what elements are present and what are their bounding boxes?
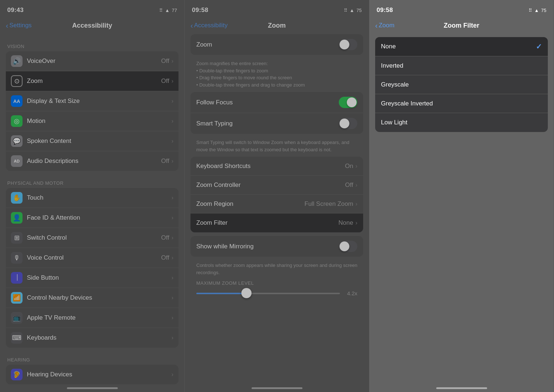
keyboard-shortcuts-row[interactable]: Keyboard Shortcuts On ›: [190, 157, 363, 176]
home-indicator-3: [436, 387, 487, 389]
filter-none[interactable]: None ✓: [375, 37, 548, 56]
zoom-toggle-switch[interactable]: [339, 39, 357, 50]
keyboard-shortcuts-value: On: [345, 163, 353, 170]
filter-greyscale-inverted-label: Greyscale Inverted: [381, 100, 542, 107]
nav-title-3: Zoom Filter: [444, 22, 479, 29]
status-time-2: 09:58: [192, 7, 208, 14]
voiceover-chevron: ›: [172, 58, 173, 64]
item-voice-control[interactable]: 🎙 Voice Control Off ›: [6, 248, 178, 268]
item-display-text[interactable]: AA Display & Text Size ›: [6, 91, 178, 111]
zoom-region-row[interactable]: Zoom Region Full Screen Zoom ›: [190, 195, 363, 213]
item-spoken-content[interactable]: 💬 Spoken Content ›: [6, 131, 178, 151]
zoom-controller-row[interactable]: Zoom Controller Off ›: [190, 176, 363, 195]
item-switch-control[interactable]: ⊞ Switch Control Off ›: [6, 228, 178, 248]
nearby-icon: 📶: [11, 292, 23, 304]
voiceover-label: VoiceOver: [27, 57, 161, 65]
zoom-slider-track[interactable]: [196, 293, 340, 294]
slider-row: 4.2x: [196, 290, 357, 296]
face-id-label: Face ID & Attention: [27, 214, 172, 221]
switch-label: Switch Control: [27, 234, 161, 241]
zoom-region-value: Full Screen Zoom: [305, 200, 353, 208]
nav-back-1[interactable]: ‹ Settings: [6, 22, 32, 29]
filter-low-light-label: Low Light: [381, 119, 542, 126]
item-nearby-devices[interactable]: 📶 Control Nearby Devices ›: [6, 288, 178, 308]
follow-focus-toggle[interactable]: [339, 97, 357, 108]
status-time-3: 09:58: [377, 7, 393, 14]
signal-icon-3: ⠿: [529, 8, 532, 13]
filter-inverted[interactable]: Inverted: [375, 56, 548, 75]
face-id-icon: 👤: [11, 212, 23, 224]
zoom-toggle-knob: [340, 40, 349, 49]
status-icons-3: ⠿ ▲ 75: [529, 8, 546, 13]
wifi-icon-3: ▲: [534, 8, 539, 13]
motion-icon: ◎: [11, 115, 23, 127]
item-apple-tv[interactable]: 📺 Apple TV Remote ›: [6, 308, 178, 328]
zoom-slider-value: 4.2x: [344, 290, 357, 296]
mirroring-label: Show while Mirroring: [196, 243, 339, 250]
voice-control-value: Off: [161, 254, 169, 261]
item-zoom[interactable]: ⊙ Zoom Off ›: [6, 71, 178, 91]
panel-zoom: 09:58 ⠿ ▲ 75 ‹ Accessibility Zoom Zoom Z…: [185, 0, 369, 392]
zoom-slider-thumb[interactable]: [241, 288, 252, 298]
filter-options-group: None ✓ Inverted Greyscale Greyscale Inve…: [375, 37, 548, 132]
item-side-button[interactable]: ⏐ Side Button ›: [6, 268, 178, 288]
item-voiceover[interactable]: 🔊 VoiceOver Off ›: [6, 51, 178, 71]
side-button-label: Side Button: [27, 274, 172, 281]
nav-back-2[interactable]: ‹ Accessibility: [190, 22, 228, 29]
wifi-icon-2: ▲: [350, 8, 354, 13]
display-text-icon: AA: [11, 95, 23, 107]
keyboards-icon: ⌨: [11, 332, 23, 344]
voice-control-label: Voice Control: [27, 254, 161, 261]
follow-focus-row[interactable]: Follow Focus: [190, 92, 363, 113]
panel-accessibility: 09:43 ⠿ ▲ 77 ‹ Settings Accessibility VI…: [0, 0, 185, 392]
back-label-3: Zoom: [379, 22, 394, 29]
item-audio-desc[interactable]: AD Audio Descriptions Off ›: [6, 151, 178, 171]
zoom-icon: ⊙: [11, 75, 23, 87]
item-keyboards[interactable]: ⌨ Keyboards ›: [6, 328, 178, 348]
mirroring-row[interactable]: Show while Mirroring: [190, 236, 363, 257]
voice-control-chevron: ›: [172, 255, 173, 261]
spoken-icon: 💬: [11, 135, 23, 147]
item-hearing-devices[interactable]: 🦻 Hearing Devices ›: [6, 365, 178, 384]
back-label-2: Accessibility: [194, 22, 228, 29]
filter-none-check: ✓: [536, 42, 542, 51]
battery-icon-3: 75: [541, 8, 546, 13]
side-button-icon: ⏐: [11, 272, 23, 284]
mirroring-toggle[interactable]: [339, 241, 357, 252]
zoom-info-3: Controls whether zoom appears while shar…: [190, 260, 363, 280]
zoom-info-2: Smart Typing will switch to Window Zoom …: [190, 137, 363, 157]
mirroring-group: Show while Mirroring: [190, 236, 363, 257]
filter-low-light[interactable]: Low Light: [375, 113, 548, 132]
zoom-toggle-row[interactable]: Zoom: [190, 34, 363, 55]
spoken-label: Spoken Content: [27, 137, 172, 145]
filter-greyscale-label: Greyscale: [381, 81, 542, 88]
smart-typing-row[interactable]: Smart Typing: [190, 113, 363, 134]
zoom-filter-value: None: [338, 219, 353, 227]
touch-icon: ✋: [11, 192, 23, 204]
keyboards-chevron: ›: [172, 335, 173, 341]
nav-back-3[interactable]: ‹ Zoom: [375, 22, 394, 29]
voice-control-icon: 🎙: [11, 252, 23, 264]
zoom-controller-chevron: ›: [356, 182, 357, 188]
display-text-label: Display & Text Size: [27, 97, 172, 105]
battery-icon-2: 75: [357, 8, 362, 13]
signal-icon-2: ⠿: [344, 8, 348, 13]
item-touch[interactable]: ✋ Touch ›: [6, 188, 178, 208]
filter-greyscale[interactable]: Greyscale: [375, 75, 548, 94]
zoom-filter-row[interactable]: Zoom Filter None ›: [190, 213, 363, 232]
hearing-chevron: ›: [172, 371, 173, 378]
vision-group: 🔊 VoiceOver Off › ⊙ Zoom Off › AA Displa…: [6, 51, 178, 171]
smart-typing-toggle[interactable]: [339, 118, 357, 129]
status-icons-1: ⠿ ▲ 77: [159, 8, 177, 13]
filter-greyscale-inverted[interactable]: Greyscale Inverted: [375, 94, 548, 113]
audio-desc-label: Audio Descriptions: [27, 157, 161, 165]
display-text-chevron: ›: [172, 98, 173, 104]
apple-tv-chevron: ›: [172, 315, 173, 321]
item-motion[interactable]: ◎ Motion ›: [6, 111, 178, 131]
voiceover-icon: 🔊: [11, 55, 23, 67]
face-id-chevron: ›: [172, 215, 173, 221]
follow-focus-label: Follow Focus: [196, 99, 339, 106]
zoom-label: Zoom: [27, 77, 161, 85]
item-face-id[interactable]: 👤 Face ID & Attention ›: [6, 208, 178, 228]
zoom-toggle-label: Zoom: [196, 41, 339, 48]
